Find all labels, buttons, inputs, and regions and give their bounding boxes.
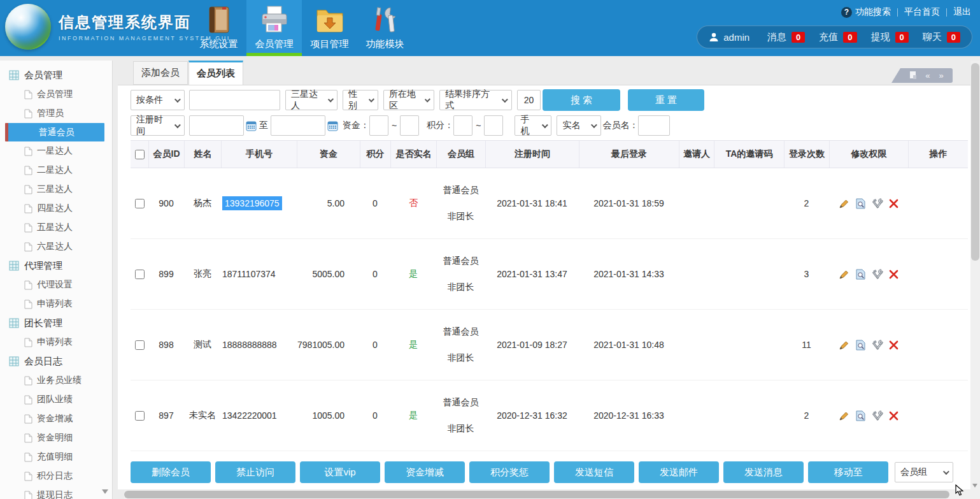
delete-x-icon[interactable] <box>889 340 898 350</box>
calendar-icon[interactable] <box>246 120 257 131</box>
edit-pencil-icon[interactable] <box>839 269 849 280</box>
tab-add-member[interactable]: 添加会员 <box>133 61 188 85</box>
sidebar-section-member-logs[interactable]: 会员日志 <box>0 352 112 371</box>
sort-select[interactable]: 结果排序方式 <box>439 90 512 110</box>
sidebar-item-administrators[interactable]: 管理员 <box>0 104 112 123</box>
sidebar-item-withdraw-log[interactable]: 提现日志 <box>0 486 112 499</box>
horizontal-scrollbar-thumb[interactable] <box>124 491 949 498</box>
chat-count-badge[interactable]: 0 <box>947 32 960 43</box>
edit-pencil-icon[interactable] <box>839 198 849 209</box>
points-reward-button[interactable]: 积分奖惩 <box>469 461 550 483</box>
delete-x-icon[interactable] <box>889 411 898 421</box>
delete-x-icon[interactable] <box>889 199 898 208</box>
sidebar-item-one-star[interactable]: 一星达人 <box>0 141 112 161</box>
withdraw-count-badge[interactable]: 0 <box>895 32 909 43</box>
page-icon[interactable] <box>909 71 916 80</box>
date-from-input[interactable] <box>189 115 244 136</box>
search-button[interactable]: 搜 索 <box>543 89 620 111</box>
date-to-input[interactable] <box>271 115 325 136</box>
points-max-input[interactable] <box>484 115 503 136</box>
permissions-tools-icon[interactable] <box>872 410 883 421</box>
horizontal-scrollbar[interactable] <box>124 490 970 499</box>
member-group-select[interactable]: 会员组 <box>895 462 953 482</box>
phone-or-select[interactable]: 手机 <box>515 115 551 136</box>
sidebar-item-four-star[interactable]: 四星达人 <box>0 199 112 218</box>
sidebar-item-points-log[interactable]: 积分日志 <box>0 466 112 486</box>
page-size-input[interactable] <box>517 90 541 110</box>
gender-select[interactable]: 性别 <box>343 90 378 110</box>
sidebar-item-recharge-details[interactable]: 充值明细 <box>0 447 112 466</box>
sidebar-section-agent-management[interactable]: 代理管理 <box>0 256 112 275</box>
sidebar-item-member-management[interactable]: 会员管理 <box>0 85 112 104</box>
view-log-icon[interactable] <box>855 269 866 280</box>
permissions-tools-icon[interactable] <box>872 269 883 280</box>
sidebar-item-funds-change[interactable]: 资金增减 <box>0 409 112 428</box>
edit-pencil-icon[interactable] <box>839 410 849 421</box>
view-log-icon[interactable] <box>855 410 866 421</box>
permissions-tools-icon[interactable] <box>872 340 883 351</box>
sidebar-item-six-star[interactable]: 六星达人 <box>0 237 112 256</box>
reset-button[interactable]: 重 置 <box>628 89 704 111</box>
points-min-input[interactable] <box>453 115 472 136</box>
sidebar-item-ordinary-members[interactable]: 普通会员 <box>5 123 104 141</box>
withdraw-link[interactable]: 提现 <box>871 31 890 43</box>
row-checkbox[interactable] <box>135 199 145 208</box>
recharge-count-badge[interactable]: 0 <box>843 32 856 43</box>
tab-member-list[interactable]: 会员列表 <box>188 61 243 85</box>
funds-adjust-button[interactable]: 资金增减 <box>385 461 465 483</box>
send-email-button[interactable]: 发送邮件 <box>639 461 719 483</box>
row-checkbox[interactable] <box>135 411 145 421</box>
vertical-scrollbar[interactable] <box>970 61 980 499</box>
nav-item-system-settings[interactable]: 系统设置 <box>191 0 246 56</box>
sidebar-item-agent-settings[interactable]: 代理设置 <box>0 275 112 294</box>
sidebar-item-funds-details[interactable]: 资金明细 <box>0 428 112 447</box>
vertical-scrollbar-thumb[interactable] <box>971 63 979 261</box>
sidebar-item-leader-applications[interactable]: 申请列表 <box>0 333 112 352</box>
recharge-link[interactable]: 充值 <box>819 31 838 43</box>
top-link-logout[interactable]: 退出 <box>953 6 971 18</box>
delete-x-icon[interactable] <box>889 270 898 279</box>
move-to-button[interactable]: 移动至 <box>808 461 888 483</box>
sidebar-item-two-star[interactable]: 二星达人 <box>0 161 112 180</box>
messages-link[interactable]: 消息 <box>767 31 786 43</box>
calendar-icon[interactable] <box>327 120 338 131</box>
chat-link[interactable]: 聊天 <box>923 31 942 43</box>
nav-item-project-management[interactable]: 项目管理 <box>302 0 357 56</box>
permissions-tools-icon[interactable] <box>872 198 883 209</box>
sidebar-scroll-down-arrow[interactable] <box>102 489 108 494</box>
realname-select[interactable]: 实名 <box>557 115 601 136</box>
sidebar-item-three-star[interactable]: 三星达人 <box>0 180 112 199</box>
username[interactable]: admin <box>723 32 749 43</box>
level-select[interactable]: 三星达人 <box>285 90 337 110</box>
funds-min-input[interactable] <box>369 115 388 136</box>
ban-access-button[interactable]: 禁止访问 <box>215 461 295 483</box>
sidebar-section-leader-management[interactable]: 团长管理 <box>0 314 112 333</box>
time-type-select[interactable]: 注册时间 <box>131 115 185 136</box>
keyword-input[interactable] <box>189 90 280 110</box>
sidebar-item-team-performance[interactable]: 团队业绩 <box>0 390 112 409</box>
sidebar-item-salesman-performance[interactable]: 业务员业绩 <box>0 371 112 390</box>
delete-members-button[interactable]: 删除会员 <box>131 461 211 483</box>
nav-item-member-management[interactable]: 会员管理 <box>246 0 302 56</box>
top-link-platform-home[interactable]: 平台首页 <box>904 6 940 18</box>
region-select[interactable]: 所在地区 <box>383 90 434 110</box>
view-log-icon[interactable] <box>855 340 866 351</box>
prev-tab-icon[interactable]: « <box>925 71 930 80</box>
sidebar-item-agent-applications[interactable]: 申请列表 <box>0 294 112 314</box>
send-message-button[interactable]: 发送消息 <box>723 461 804 483</box>
send-sms-button[interactable]: 发送短信 <box>554 461 634 483</box>
scroll-down-arrow[interactable] <box>972 484 977 488</box>
messages-count-badge[interactable]: 0 <box>792 32 805 43</box>
row-checkbox[interactable] <box>135 340 145 350</box>
member-name-input[interactable] <box>638 115 670 136</box>
next-tab-icon[interactable]: » <box>939 71 944 80</box>
nav-item-function-modules[interactable]: 功能模块 <box>357 0 413 56</box>
row-checkbox[interactable] <box>135 270 145 279</box>
condition-select[interactable]: 按条件 <box>131 90 185 110</box>
set-vip-button[interactable]: 设置vip <box>300 461 380 483</box>
sidebar-section-member-management[interactable]: 会员管理 <box>0 66 112 85</box>
top-link-function-search[interactable]: 功能搜索 <box>855 6 891 18</box>
view-log-icon[interactable] <box>855 198 866 209</box>
edit-pencil-icon[interactable] <box>839 340 849 351</box>
funds-max-input[interactable] <box>400 115 419 136</box>
